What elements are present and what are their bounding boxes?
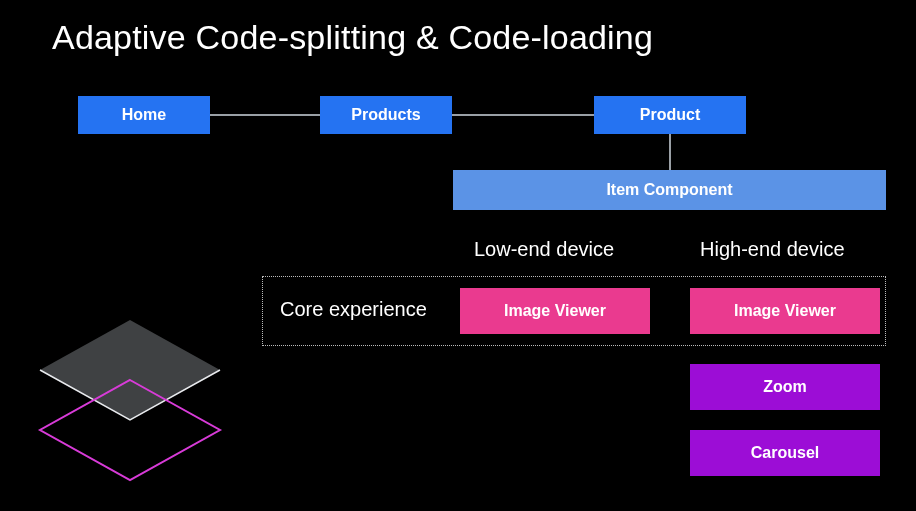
node-product: Product bbox=[594, 96, 746, 134]
connector-product-item bbox=[669, 134, 671, 170]
page-title: Adaptive Code-splitting & Code-loading bbox=[52, 18, 653, 57]
label-core-experience: Core experience bbox=[280, 298, 427, 321]
connector-home-products bbox=[210, 114, 320, 116]
connector-products-product bbox=[452, 114, 594, 116]
module-image-viewer-high: Image Viewer bbox=[690, 288, 880, 334]
label-low-end: Low-end device bbox=[474, 238, 614, 261]
module-carousel: Carousel bbox=[690, 430, 880, 476]
layers-icon bbox=[20, 310, 240, 500]
node-home: Home bbox=[78, 96, 210, 134]
module-image-viewer-low: Image Viewer bbox=[460, 288, 650, 334]
module-zoom: Zoom bbox=[690, 364, 880, 410]
label-high-end: High-end device bbox=[700, 238, 845, 261]
svg-marker-0 bbox=[40, 320, 220, 420]
node-products: Products bbox=[320, 96, 452, 134]
node-item-component: Item Component bbox=[453, 170, 886, 210]
